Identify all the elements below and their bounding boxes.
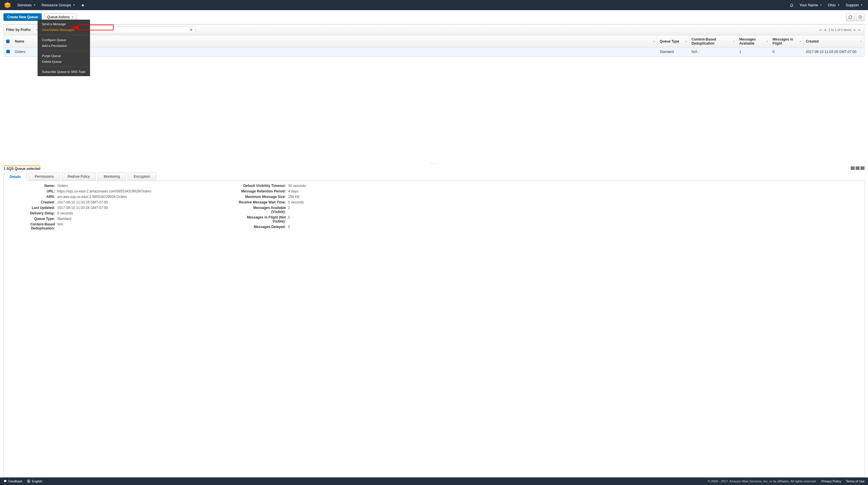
cell-available: 1 xyxy=(737,48,770,56)
sort-icon: ▾ xyxy=(861,40,862,43)
refresh-button[interactable] xyxy=(846,13,855,21)
checkbox-icon xyxy=(6,40,9,43)
svg-marker-3 xyxy=(70,25,79,30)
settings-button[interactable] xyxy=(856,13,865,21)
page-prev-icon[interactable]: ◀ xyxy=(824,28,826,32)
sort-icon: ▾ xyxy=(767,40,768,43)
resource-groups-label: Resource Groups xyxy=(42,3,71,7)
filter-bar: Filter by Prefix: ✕ ⏮ ◀ 1 to 1 of 1 item… xyxy=(3,24,865,35)
refresh-icon xyxy=(848,15,852,19)
services-label: Services xyxy=(18,3,32,7)
caret-down-icon: ▼ xyxy=(73,4,75,6)
caret-down-icon: ▼ xyxy=(34,4,36,6)
menu-add-permission[interactable]: Add a Permission xyxy=(38,43,90,50)
page-next-icon[interactable]: ▶ xyxy=(854,28,856,32)
caret-down-icon: ▼ xyxy=(838,4,840,6)
page-first-icon[interactable]: ⏮ xyxy=(819,28,822,32)
region-menu[interactable]: Ohio▼ xyxy=(825,0,842,10)
gear-icon xyxy=(858,15,862,19)
queues-table: Name▾ Queue Type▾ Content-Based Deduplic… xyxy=(3,35,865,57)
cell-queue-type: Standard xyxy=(657,48,689,56)
support-menu[interactable]: Support▼ xyxy=(843,0,866,10)
cell-dedup: N/A xyxy=(689,48,737,56)
th-checkbox[interactable] xyxy=(4,35,12,48)
sort-icon: ▾ xyxy=(800,40,801,43)
th-created[interactable]: Created▾ xyxy=(804,35,864,48)
page-status: 1 to 1 of 1 items xyxy=(829,28,851,32)
th-messages-in-flight[interactable]: Messages in Flight▾ xyxy=(770,35,804,48)
services-menu[interactable]: Services▼ xyxy=(14,0,39,10)
clear-search-icon[interactable]: ✕ xyxy=(189,28,193,32)
pin-icon[interactable]: ★ xyxy=(78,0,88,10)
notifications-icon[interactable] xyxy=(787,0,797,10)
annotation-arrow xyxy=(70,25,114,32)
aws-logo-icon[interactable] xyxy=(4,2,11,9)
sort-icon: ▾ xyxy=(733,40,734,43)
toolbar: Create New Queue Queue Actions▼ xyxy=(0,10,868,24)
resource-groups-menu[interactable]: Resource Groups▼ xyxy=(39,0,78,10)
pagination: ⏮ ◀ 1 to 1 of 1 items ▶ ⏭ xyxy=(818,28,862,32)
svg-rect-2 xyxy=(79,25,114,30)
top-nav: Services▼ Resource Groups▼ ★ Your Name▼ … xyxy=(0,0,868,10)
caret-down-icon: ▼ xyxy=(71,16,74,19)
menu-configure-queue[interactable]: Configure Queue xyxy=(38,36,90,43)
table-header: Name▾ Queue Type▾ Content-Based Deduplic… xyxy=(4,35,864,48)
cell-name: Orders xyxy=(12,48,657,56)
filter-label: Filter by Prefix: xyxy=(6,28,31,32)
th-queue-type[interactable]: Queue Type▾ xyxy=(657,35,689,48)
table-row[interactable]: Orders Standard N/A 1 0 2017-08-10 11:03… xyxy=(4,48,864,56)
queue-actions-label: Queue Actions xyxy=(47,15,70,19)
row-checkbox[interactable] xyxy=(6,50,10,53)
page-last-icon[interactable]: ⏭ xyxy=(858,28,861,32)
menu-purge-queue[interactable]: Purge Queue xyxy=(38,52,90,57)
account-menu[interactable]: Your Name▼ xyxy=(797,0,825,10)
region-label: Ohio xyxy=(828,3,836,7)
caret-down-icon: ▼ xyxy=(820,4,822,6)
cell-created: 2017-08-10 11:03:28 GMT-07:00 xyxy=(804,48,864,56)
svg-point-4 xyxy=(36,29,38,31)
support-label: Support xyxy=(846,3,859,7)
create-queue-button[interactable]: Create New Queue xyxy=(3,13,42,21)
th-name[interactable]: Name▾ xyxy=(12,35,657,48)
th-messages-available[interactable]: Messages Available▾ xyxy=(737,35,770,48)
account-label: Your Name xyxy=(799,3,818,7)
sort-icon: ▾ xyxy=(685,40,687,43)
sort-icon: ▾ xyxy=(654,40,655,43)
th-dedup[interactable]: Content-Based Deduplication▾ xyxy=(689,35,737,48)
caret-down-icon: ▼ xyxy=(861,4,863,6)
cell-in-flight: 0 xyxy=(770,48,804,56)
